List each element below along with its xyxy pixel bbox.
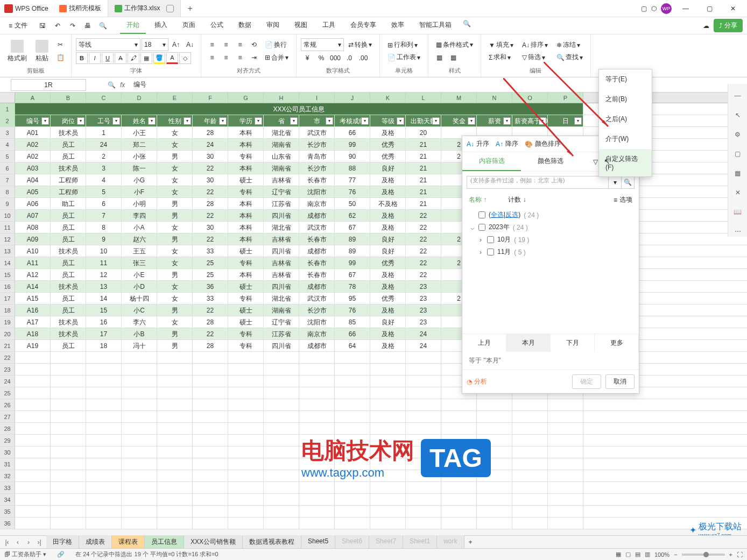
cell[interactable]: 湖北省	[264, 127, 299, 138]
cell[interactable]	[86, 411, 122, 422]
cell[interactable]: 21	[406, 162, 441, 174]
cell[interactable]	[86, 435, 122, 446]
collapse-icon[interactable]: ⌵	[469, 224, 475, 231]
cell[interactable]	[122, 518, 157, 529]
cell[interactable]: 优秀	[370, 293, 406, 304]
table-style-button[interactable]: ▦	[447, 52, 460, 63]
cell[interactable]	[264, 435, 299, 446]
cell[interactable]	[15, 518, 51, 529]
ribbon-search-icon[interactable]: 🔍	[460, 17, 473, 30]
cell[interactable]: A02	[15, 151, 51, 162]
cell[interactable]	[122, 470, 157, 481]
cell[interactable]: 四川省	[264, 210, 299, 221]
view-break-icon[interactable]: ▤	[635, 551, 640, 558]
cell[interactable]	[51, 435, 86, 446]
row-header[interactable]: 22	[0, 352, 15, 363]
cell[interactable]	[264, 458, 299, 470]
cell[interactable]: 长沙市	[299, 162, 335, 174]
sheet-tab[interactable]: 员工信息	[145, 535, 184, 549]
cell[interactable]: 工程师	[51, 174, 86, 186]
col-header-H[interactable]: H	[264, 93, 299, 103]
cell[interactable]	[193, 352, 228, 363]
select-all-corner[interactable]	[0, 93, 15, 103]
cell[interactable]	[512, 446, 548, 458]
cell[interactable]: 辽宁省	[264, 186, 299, 197]
align-bottom-button[interactable]: ≡	[234, 39, 246, 51]
cell[interactable]	[228, 518, 264, 529]
cell[interactable]: 7	[86, 210, 122, 221]
color-sort-button[interactable]: 🎨颜色排序	[525, 139, 561, 148]
cell[interactable]: 杨十四	[122, 293, 157, 304]
cell[interactable]	[370, 423, 406, 434]
indent-button[interactable]: ⇥	[248, 52, 260, 63]
cell[interactable]	[477, 399, 512, 410]
filter-arrow-icon[interactable]: ▾	[432, 117, 440, 125]
cell[interactable]	[512, 411, 548, 422]
tab-data[interactable]: 数据	[232, 17, 258, 34]
cell[interactable]: 良好	[370, 233, 406, 245]
cell[interactable]	[228, 458, 264, 470]
cell[interactable]: 女	[157, 316, 193, 328]
cell[interactable]: 长春市	[299, 233, 335, 245]
cell[interactable]	[335, 411, 370, 422]
cell[interactable]	[193, 494, 228, 505]
align-top-button[interactable]: ≡	[206, 39, 219, 51]
cond-format-button[interactable]: ▦条件格式▾	[433, 39, 476, 51]
row-header[interactable]: 14	[0, 257, 15, 268]
cell[interactable]	[193, 470, 228, 481]
tab-efficiency[interactable]: 效率	[385, 17, 411, 34]
cell[interactable]	[512, 435, 548, 446]
sheet-first-button[interactable]: |‹	[2, 537, 12, 547]
cell[interactable]	[299, 518, 335, 529]
sort-desc-button[interactable]: A↑降序	[496, 139, 518, 148]
cell[interactable]: 85	[335, 316, 370, 328]
cell[interactable]: 23	[406, 293, 441, 304]
col-header-A[interactable]: A	[15, 93, 51, 103]
cell[interactable]: 23	[406, 281, 441, 292]
cell[interactable]	[157, 423, 193, 434]
sum-button[interactable]: Σ求和▾	[485, 52, 517, 63]
cell[interactable]	[86, 423, 122, 434]
underline-button[interactable]: U	[102, 52, 114, 64]
row-header[interactable]: 11	[0, 222, 15, 233]
cell[interactable]	[228, 446, 264, 458]
sheet-tab[interactable]: 课程表	[112, 535, 145, 549]
format-painter-button[interactable]: 格式刷	[4, 38, 30, 65]
cube-icon[interactable]: ▢	[641, 5, 647, 12]
cell[interactable]	[15, 352, 51, 363]
cell[interactable]: 8	[86, 222, 122, 233]
cell[interactable]: 小明	[122, 198, 157, 209]
preview-button[interactable]: 🔍	[96, 19, 109, 32]
row-header[interactable]: 5	[0, 151, 15, 162]
checkbox-nov[interactable]	[487, 249, 494, 256]
cell[interactable]	[86, 518, 122, 529]
cell[interactable]: 15	[86, 304, 122, 316]
cell[interactable]: 22	[406, 222, 441, 233]
filter-arrow-icon[interactable]: ▾	[361, 117, 369, 125]
highlight-button[interactable]: 🖍	[128, 52, 139, 64]
row-header[interactable]: 33	[0, 482, 15, 493]
fill-button[interactable]: ▼填充▾	[485, 39, 517, 51]
cell[interactable]: 3	[86, 162, 122, 174]
cell[interactable]	[86, 470, 122, 481]
col-header-B[interactable]: B	[51, 93, 86, 103]
cell[interactable]	[370, 375, 406, 387]
cell[interactable]: 长沙市	[299, 139, 335, 150]
cell[interactable]	[406, 364, 441, 375]
cell[interactable]	[264, 506, 299, 517]
filter-search-icon[interactable]: 🔍	[622, 176, 635, 189]
cell[interactable]	[15, 411, 51, 422]
zoom-level[interactable]: 100%	[654, 551, 670, 558]
cell[interactable]: 助工	[51, 198, 86, 209]
next-month-button[interactable]: 下月	[551, 334, 595, 352]
cell[interactable]	[122, 375, 157, 387]
cancel-button[interactable]: 取消	[605, 374, 635, 389]
cell[interactable]	[264, 364, 299, 375]
cell[interactable]	[122, 435, 157, 446]
cell[interactable]	[157, 446, 193, 458]
col-header-K[interactable]: K	[370, 93, 406, 103]
cell[interactable]: 员工	[51, 233, 86, 245]
cell[interactable]: 24	[86, 139, 122, 150]
cell[interactable]: 长春市	[299, 257, 335, 268]
cell[interactable]	[193, 364, 228, 375]
